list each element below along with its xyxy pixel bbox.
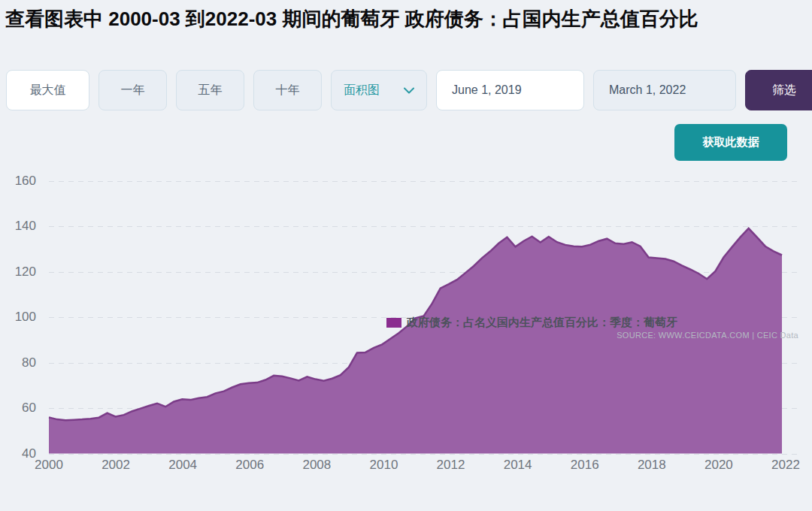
range-button-max[interactable]: 最大值	[6, 70, 89, 110]
debt-area-chart: 4060801001201401602000200220042006200820…	[0, 169, 812, 511]
range-button-10y[interactable]: 十年	[253, 70, 322, 110]
date-to-input[interactable]: March 1, 2022	[593, 70, 736, 110]
date-from-input[interactable]: June 1, 2019	[436, 70, 584, 110]
source-attribution: SOURCE: WWW.CEICDATA.COM | CEIC Data	[617, 331, 798, 340]
legend-label: 政府债务：占名义国内生产总值百分比：季度：葡萄牙	[407, 316, 677, 330]
range-button-5y[interactable]: 五年	[176, 70, 244, 110]
range-button-1y[interactable]: 一年	[98, 70, 167, 110]
filter-button[interactable]: 筛选	[745, 70, 812, 110]
chevron-down-icon	[404, 87, 414, 94]
debt-area-series	[49, 228, 782, 454]
chart-type-dropdown-value: 面积图	[344, 83, 380, 98]
get-data-button[interactable]: 获取此数据	[674, 124, 787, 161]
area-plot-svg	[0, 169, 812, 511]
chart-type-dropdown[interactable]: 面积图	[331, 70, 427, 110]
chart-legend: 政府债务：占名义国内生产总值百分比：季度：葡萄牙	[386, 316, 677, 330]
legend-swatch	[386, 318, 401, 328]
chart-toolbar: 最大值 一年 五年 十年 面积图 June 1, 2019 March 1, 2…	[6, 70, 812, 110]
ceic-chart-page: 查看图表中 2000-03 到2022-03 期间的葡萄牙 政府债务：占国内生产…	[0, 0, 812, 511]
page-title: 查看图表中 2000-03 到2022-03 期间的葡萄牙 政府债务：占国内生产…	[5, 6, 807, 32]
